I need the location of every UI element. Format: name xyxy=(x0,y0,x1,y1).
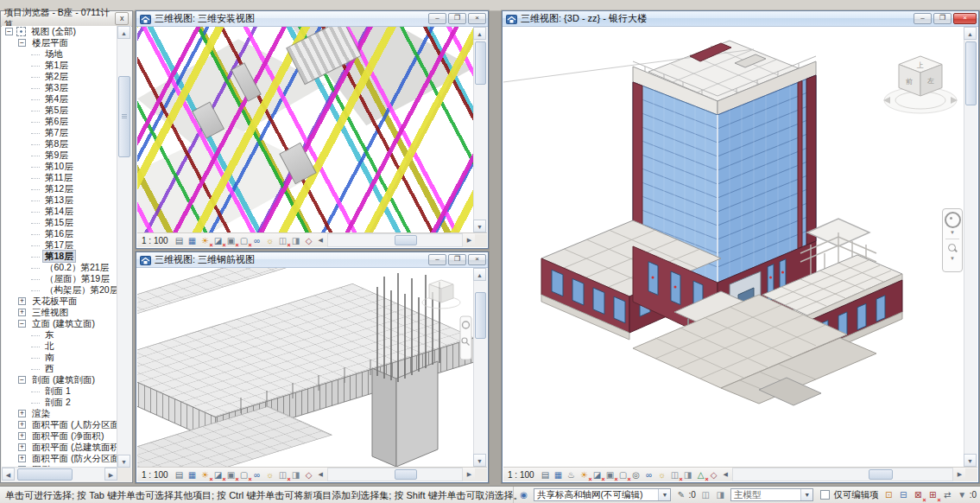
view-scale[interactable]: 1 : 100 xyxy=(142,236,168,245)
select-links-icon[interactable]: ⊡ xyxy=(882,489,895,501)
visual-style-icon[interactable]: ▦ xyxy=(187,469,199,481)
restore-button[interactable]: ❐ xyxy=(448,254,466,265)
mep-hscrollbar[interactable] xyxy=(327,233,463,247)
tree-item[interactable]: 北 xyxy=(2,341,117,352)
analytical-model-icon[interactable]: △× xyxy=(695,469,707,481)
collapse-icon[interactable]: − xyxy=(18,39,26,47)
reveal-hidden-elements-icon[interactable]: ☼ xyxy=(264,235,276,246)
shadows-icon[interactable]: ◪× xyxy=(212,469,224,481)
close-icon[interactable]: x xyxy=(115,12,129,25)
minimize-button[interactable]: – xyxy=(914,13,932,24)
view-scale[interactable]: 1 : 100 xyxy=(508,470,534,480)
selection-filter-icon[interactable]: ▼ xyxy=(956,489,969,501)
scroll-right-icon[interactable]: ▶ xyxy=(465,237,474,244)
restore-button[interactable]: ❐ xyxy=(448,13,466,24)
visual-style-icon[interactable]: ▦ xyxy=(187,235,199,246)
zoom-icon[interactable] xyxy=(947,243,958,254)
shadows-icon[interactable]: ◪× xyxy=(591,469,604,481)
temporary-hide-isolate-icon[interactable]: ∞ xyxy=(251,235,263,246)
relinquish-icon[interactable]: ◫ xyxy=(699,489,712,501)
building-vscrollbar[interactable]: ▲ ▼ xyxy=(964,27,977,467)
temporary-hide-isolate-icon[interactable]: ∞ xyxy=(643,469,655,481)
chevron-down-icon[interactable]: ▼ xyxy=(658,489,670,500)
rebar-vscrollbar[interactable]: ▲ ▼ xyxy=(473,268,487,467)
window-building-titlebar[interactable]: 三维视图: {3D - zz} - 银行大楼 – ❐ × xyxy=(503,11,978,27)
tree-item[interactable]: 南 xyxy=(2,352,117,363)
minimize-button[interactable]: – xyxy=(428,13,446,24)
chevron-down-icon[interactable]: ▼ xyxy=(950,230,955,235)
reveal-hidden-elements-icon[interactable]: ☼ xyxy=(264,469,276,481)
vscroll-thumb[interactable] xyxy=(118,76,130,157)
building-3d-canvas[interactable]: 上 前 左 ▼ ▼ ▲ ▼ xyxy=(503,27,977,467)
detail-level-icon[interactable]: ▤ xyxy=(174,235,186,246)
show-constraints-icon[interactable]: ◇ xyxy=(303,469,315,481)
close-button[interactable]: × xyxy=(953,13,977,24)
expand-icon[interactable]: + xyxy=(18,443,26,451)
expand-icon[interactable]: + xyxy=(18,432,26,440)
navigation-bar[interactable]: ▼ ▼ xyxy=(942,208,963,272)
rebar-hscrollbar[interactable] xyxy=(327,468,463,481)
select-by-face-off-icon[interactable]: ⊞× xyxy=(926,489,939,501)
expand-icon[interactable]: + xyxy=(18,309,26,316)
temporary-view-properties-icon[interactable]: ◨ xyxy=(290,235,302,246)
reveal-hidden-elements-icon[interactable]: ☼ xyxy=(656,469,668,481)
crop-view-icon[interactable]: ▣× xyxy=(225,235,237,246)
collapse-icon[interactable]: − xyxy=(18,320,26,328)
tree-item[interactable]: 东 xyxy=(2,329,117,341)
editable-only-checkbox[interactable] xyxy=(820,490,830,500)
steering-wheel-icon[interactable] xyxy=(945,212,961,228)
unlocked-3d-view-icon[interactable]: ◎ xyxy=(630,469,642,481)
project-browser-titlebar[interactable]: 项目浏览器 - B座 - 0711计算 x xyxy=(1,11,132,27)
rebar-3d-canvas[interactable]: ▲ ▼ xyxy=(137,268,487,467)
crop-view-icon[interactable]: ▣× xyxy=(604,469,616,481)
scroll-up-icon[interactable]: ▲ xyxy=(117,26,130,39)
show-constraints-icon[interactable]: ◇ xyxy=(708,469,720,481)
close-button[interactable]: × xyxy=(468,254,486,265)
scroll-left-icon[interactable]: ◀ xyxy=(316,237,326,244)
scroll-left-icon[interactable]: ◀ xyxy=(721,471,730,478)
mep-3d-canvas[interactable]: ▲ ▼ xyxy=(137,27,487,232)
editing-requests-icon[interactable]: ✎ xyxy=(674,489,687,501)
window-rebar-titlebar[interactable]: 三维视图: 三维钢筋视图 – ❐ × xyxy=(136,252,488,268)
expand-icon[interactable]: + xyxy=(18,455,26,462)
design-options-select[interactable]: 主模型 ▼ xyxy=(730,488,813,501)
collapse-icon[interactable]: − xyxy=(5,28,13,35)
minimize-button[interactable]: – xyxy=(428,254,446,265)
show-constraints-icon[interactable]: ◇ xyxy=(303,235,315,246)
detail-level-icon[interactable]: ▤ xyxy=(174,469,186,481)
crop-region-icon[interactable]: ▢× xyxy=(617,469,629,481)
tree-item[interactable]: −立面 (建筑立面) xyxy=(2,318,117,329)
crop-region-icon[interactable]: ▢× xyxy=(238,469,250,481)
temporary-hide-isolate-icon[interactable]: ∞ xyxy=(251,469,263,481)
tree-item[interactable]: 剖面 2 xyxy=(2,397,117,408)
scroll-down-icon[interactable]: ▼ xyxy=(117,455,130,468)
select-pinned-off-icon[interactable]: ⊠× xyxy=(912,489,925,501)
select-underlay-icon[interactable]: ⊟ xyxy=(897,489,910,501)
mep-vscrollbar[interactable]: ▲ ▼ xyxy=(473,27,487,232)
sun-path-icon[interactable]: ☀× xyxy=(199,469,212,481)
detail-level-icon[interactable]: ▤ xyxy=(540,469,552,481)
scroll-right-icon[interactable]: ▶ xyxy=(465,471,474,478)
temporary-view-properties-icon[interactable]: ◨ xyxy=(682,469,694,481)
active-workset-select[interactable]: 共享标高和轴网(不可编辑) ▼ xyxy=(534,488,671,501)
project-browser-hscrollbar[interactable]: ◀ ▶ xyxy=(2,467,117,481)
scroll-right-icon[interactable]: ▶ xyxy=(104,468,117,481)
window-mep-titlebar[interactable]: 三维视图: 三维安装视图 – ❐ × xyxy=(136,11,488,27)
close-button[interactable]: × xyxy=(468,13,486,24)
worksharing-display-icon[interactable]: ◫× xyxy=(669,469,681,481)
worksharing-display-icon[interactable]: ◫× xyxy=(277,235,289,246)
expand-icon[interactable]: + xyxy=(18,410,26,417)
expand-icon[interactable]: + xyxy=(18,421,26,429)
sun-path-icon[interactable]: ☀× xyxy=(579,469,591,481)
view-scale[interactable]: 1 : 100 xyxy=(142,470,168,480)
rendering-dialog-icon[interactable]: ♨ xyxy=(566,469,578,481)
scroll-left-icon[interactable]: ◀ xyxy=(316,471,326,478)
temporary-view-properties-icon[interactable]: ◨ xyxy=(290,469,302,481)
crop-view-icon[interactable]: ▣× xyxy=(225,469,237,481)
expand-icon[interactable]: + xyxy=(18,297,26,305)
chevron-down-icon[interactable]: ▼ xyxy=(950,256,955,261)
restore-button[interactable]: ❐ xyxy=(933,13,952,24)
collapse-icon[interactable]: − xyxy=(18,376,26,384)
worksharing-monitor-icon[interactable]: ◨ xyxy=(714,489,727,501)
worksharing-display-icon[interactable]: ◫× xyxy=(277,469,289,481)
